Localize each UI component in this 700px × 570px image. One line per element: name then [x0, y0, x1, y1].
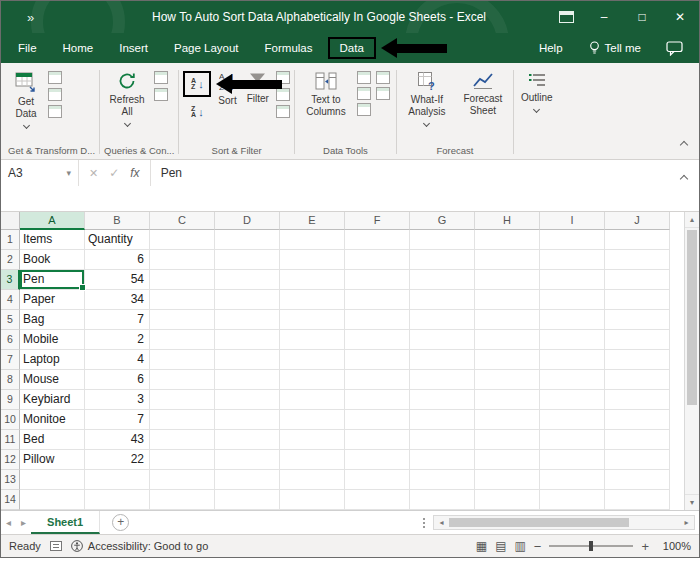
- cell-E7[interactable]: [280, 350, 345, 370]
- relationships-icon[interactable]: [357, 103, 371, 116]
- cell-B14[interactable]: [85, 490, 150, 510]
- filter-button[interactable]: Filter: [244, 67, 272, 105]
- zoom-out-button[interactable]: −: [534, 539, 542, 554]
- text-to-columns-button[interactable]: Text to Columns: [299, 67, 353, 118]
- from-web-icon[interactable]: [48, 88, 62, 101]
- cell-G1[interactable]: [410, 230, 475, 250]
- cell-G13[interactable]: [410, 470, 475, 490]
- cell-C2[interactable]: [150, 250, 215, 270]
- cell-I6[interactable]: [540, 330, 605, 350]
- outline-button[interactable]: Outline: [518, 67, 556, 112]
- cell-H9[interactable]: [475, 390, 540, 410]
- data-validation-icon[interactable]: [357, 87, 371, 100]
- cancel-icon[interactable]: ✕: [89, 167, 98, 180]
- cell-B13[interactable]: [85, 470, 150, 490]
- cell-B7[interactable]: 4: [85, 350, 150, 370]
- cell-J11[interactable]: [605, 430, 670, 450]
- cell-H7[interactable]: [475, 350, 540, 370]
- cell-E5[interactable]: [280, 310, 345, 330]
- column-header-E[interactable]: E: [280, 212, 345, 230]
- scroll-right-icon[interactable]: ▸: [679, 518, 694, 527]
- column-header-B[interactable]: B: [85, 212, 150, 230]
- cell-C9[interactable]: [150, 390, 215, 410]
- cell-I7[interactable]: [540, 350, 605, 370]
- cell-F8[interactable]: [345, 370, 410, 390]
- cell-I12[interactable]: [540, 450, 605, 470]
- cell-E11[interactable]: [280, 430, 345, 450]
- cell-D3[interactable]: [215, 270, 280, 290]
- tab-home[interactable]: Home: [50, 36, 107, 60]
- cell-E14[interactable]: [280, 490, 345, 510]
- row-header-1[interactable]: 1: [1, 230, 20, 250]
- cell-G14[interactable]: [410, 490, 475, 510]
- cell-A9[interactable]: Keybiard: [20, 390, 85, 410]
- cell-A4[interactable]: Paper: [20, 290, 85, 310]
- edit-links-icon[interactable]: [154, 88, 168, 101]
- cell-C4[interactable]: [150, 290, 215, 310]
- new-sheet-button[interactable]: +: [112, 514, 129, 531]
- cell-D2[interactable]: [215, 250, 280, 270]
- cell-E2[interactable]: [280, 250, 345, 270]
- cell-H3[interactable]: [475, 270, 540, 290]
- cell-E8[interactable]: [280, 370, 345, 390]
- cell-A12[interactable]: Pillow: [20, 450, 85, 470]
- cell-B12[interactable]: 22: [85, 450, 150, 470]
- maximize-button[interactable]: □: [623, 1, 661, 33]
- column-header-G[interactable]: G: [410, 212, 475, 230]
- zoom-thumb[interactable]: [589, 541, 593, 551]
- cell-H12[interactable]: [475, 450, 540, 470]
- cell-B3[interactable]: 54: [85, 270, 150, 290]
- cell-H5[interactable]: [475, 310, 540, 330]
- cell-E12[interactable]: [280, 450, 345, 470]
- cell-F7[interactable]: [345, 350, 410, 370]
- insert-function-icon[interactable]: fx: [130, 166, 139, 180]
- row-header-10[interactable]: 10: [1, 410, 20, 430]
- cell-A13[interactable]: [20, 470, 85, 490]
- row-header-7[interactable]: 7: [1, 350, 20, 370]
- cell-B11[interactable]: 43: [85, 430, 150, 450]
- column-header-J[interactable]: J: [605, 212, 670, 230]
- normal-view-icon[interactable]: ▦: [476, 540, 487, 552]
- cell-J3[interactable]: [605, 270, 670, 290]
- cell-F4[interactable]: [345, 290, 410, 310]
- cell-A10[interactable]: Monitoe: [20, 410, 85, 430]
- cell-F12[interactable]: [345, 450, 410, 470]
- cell-E1[interactable]: [280, 230, 345, 250]
- collapse-formula-bar-button[interactable]: [669, 160, 699, 194]
- cell-C12[interactable]: [150, 450, 215, 470]
- cell-I14[interactable]: [540, 490, 605, 510]
- reapply-filter-icon[interactable]: [276, 88, 290, 101]
- cell-G9[interactable]: [410, 390, 475, 410]
- cell-G5[interactable]: [410, 310, 475, 330]
- column-header-D[interactable]: D: [215, 212, 280, 230]
- cell-H10[interactable]: [475, 410, 540, 430]
- cell-D11[interactable]: [215, 430, 280, 450]
- row-header-11[interactable]: 11: [1, 430, 20, 450]
- cell-F9[interactable]: [345, 390, 410, 410]
- column-header-F[interactable]: F: [345, 212, 410, 230]
- cell-E10[interactable]: [280, 410, 345, 430]
- cell-I1[interactable]: [540, 230, 605, 250]
- cell-D9[interactable]: [215, 390, 280, 410]
- row-header-14[interactable]: 14: [1, 490, 20, 510]
- cell-J14[interactable]: [605, 490, 670, 510]
- cell-B6[interactable]: 2: [85, 330, 150, 350]
- scrollbar-grip[interactable]: [423, 522, 425, 524]
- cell-A14[interactable]: [20, 490, 85, 510]
- tab-file[interactable]: File: [5, 36, 50, 60]
- enter-icon[interactable]: ✓: [109, 166, 119, 180]
- row-header-5[interactable]: 5: [1, 310, 20, 330]
- cell-I11[interactable]: [540, 430, 605, 450]
- cell-A11[interactable]: Bed: [20, 430, 85, 450]
- column-header-I[interactable]: I: [540, 212, 605, 230]
- cell-G8[interactable]: [410, 370, 475, 390]
- from-table-range-icon[interactable]: [48, 105, 62, 118]
- cell-C7[interactable]: [150, 350, 215, 370]
- cell-H13[interactable]: [475, 470, 540, 490]
- zoom-in-button[interactable]: +: [641, 539, 649, 554]
- cell-D6[interactable]: [215, 330, 280, 350]
- column-header-C[interactable]: C: [150, 212, 215, 230]
- cell-F3[interactable]: [345, 270, 410, 290]
- cell-H6[interactable]: [475, 330, 540, 350]
- column-header-H[interactable]: H: [475, 212, 540, 230]
